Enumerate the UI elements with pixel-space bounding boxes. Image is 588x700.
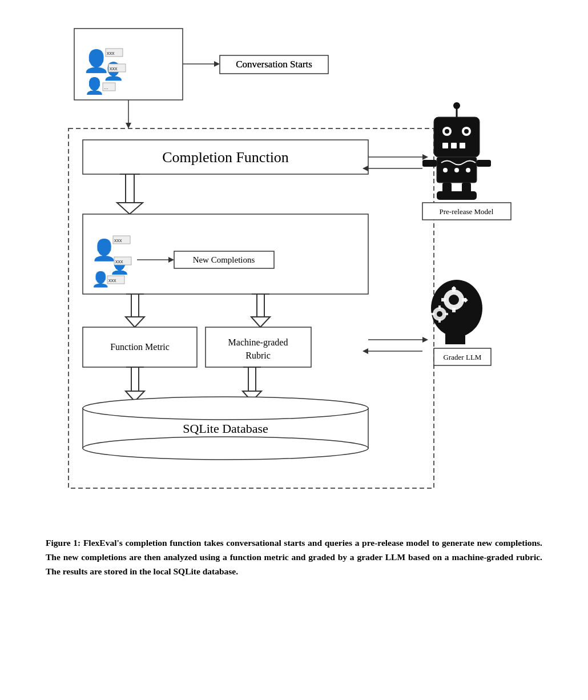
svg-text:Completion Function: Completion Function [162,149,289,166]
svg-rect-73 [460,143,465,148]
svg-rect-81 [437,191,477,200]
figure-number: Figure 1: [46,538,80,548]
svg-rect-104 [438,319,441,323]
svg-rect-77 [422,160,437,167]
svg-rect-66 [434,117,480,157]
svg-text:Function Metric: Function Metric [110,342,170,352]
svg-text:xxx: xxx [110,66,118,71]
svg-text:Conversation Starts: Conversation Starts [236,59,312,70]
svg-point-83 [454,168,459,172]
svg-point-59 [83,397,368,420]
svg-rect-103 [438,305,441,309]
svg-text:Pre-release Model: Pre-release Model [440,207,494,216]
svg-text:Grader LLM: Grader LLM [444,353,482,361]
svg-rect-106 [445,313,448,315]
svg-rect-47 [206,327,311,367]
svg-rect-97 [441,298,446,301]
svg-point-102 [437,311,442,317]
svg-marker-15 [126,123,131,128]
svg-text:...: ... [104,85,108,90]
svg-point-69 [445,129,449,134]
svg-rect-96 [452,308,456,312]
svg-text:SQLite Database: SQLite Database [183,421,268,436]
figure-caption: Figure 1: FlexEval's completion function… [46,536,542,578]
svg-marker-11 [214,61,220,67]
svg-point-84 [466,168,470,172]
svg-text:xxx: xxx [115,259,123,264]
svg-point-60 [83,437,368,460]
svg-rect-92 [445,334,465,344]
svg-text:xxx: xxx [107,50,115,56]
svg-rect-71 [442,143,448,148]
svg-point-70 [464,129,469,134]
svg-text:Machine-graded: Machine-graded [228,337,288,348]
caption-text: FlexEval's completion function takes con… [46,538,542,576]
svg-point-94 [449,295,459,305]
svg-rect-78 [477,160,491,167]
svg-rect-105 [431,313,434,315]
svg-text:xxx: xxx [114,238,122,243]
svg-point-82 [443,168,448,172]
svg-rect-72 [451,143,457,148]
svg-text:Rubric: Rubric [245,351,271,360]
diagram-svg: 👤 xxx 👤 xxx 👤 ... Conversation Starts Co… [46,17,542,514]
svg-text:New Completions: New Completions [193,255,255,264]
diagram-container: 👤 xxx 👤 xxx 👤 ... Conversation Starts Co… [46,17,542,578]
svg-point-75 [453,102,460,109]
svg-text:xxx: xxx [108,277,116,283]
svg-wrapper: 👤 xxx 👤 xxx 👤 ... Conversation Starts Co… [46,17,542,516]
svg-text:👤: 👤 [84,77,104,95]
